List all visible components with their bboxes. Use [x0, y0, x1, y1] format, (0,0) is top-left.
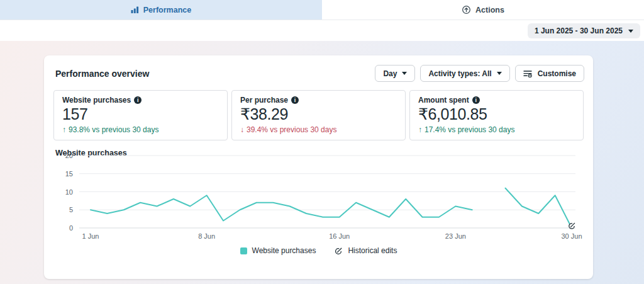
- svg-text:1 Jun: 1 Jun: [82, 232, 99, 240]
- website-purchases-line-chart[interactable]: 051015201 Jun8 Jun16 Jun23 Jun30 Jun: [44, 151, 593, 259]
- circle-arrow-up-icon: [462, 5, 471, 14]
- top-tab-bar: Performance Actions: [0, 0, 644, 20]
- bar-chart-icon: [131, 6, 139, 13]
- metric-value: 157: [62, 105, 219, 123]
- date-range-selector[interactable]: 1 Jun 2025 - 30 Jun 2025: [528, 23, 640, 38]
- day-granularity-dropdown[interactable]: Day: [375, 65, 415, 82]
- metric-website-purchases: Website purchases i 157 ↑ 93.8% vs previ…: [53, 90, 228, 140]
- svg-text:30 Jun: 30 Jun: [562, 232, 582, 240]
- svg-text:8 Jun: 8 Jun: [198, 232, 215, 240]
- customise-button[interactable]: Customise: [515, 65, 584, 82]
- legend-label: Historical edits: [348, 246, 397, 255]
- page-background: Performance overview Day Activity types:…: [0, 41, 644, 284]
- svg-text:0: 0: [69, 224, 73, 232]
- activity-types-label: Activity types: All: [428, 69, 491, 78]
- activity-types-dropdown[interactable]: Activity types: All: [420, 65, 509, 82]
- info-icon[interactable]: i: [134, 96, 142, 104]
- card-header: Performance overview Day Activity types:…: [44, 55, 593, 82]
- customise-label: Customise: [538, 69, 576, 78]
- legend-historical-edits[interactable]: Historical edits: [335, 246, 397, 255]
- svg-text:23 Jun: 23 Jun: [445, 232, 466, 240]
- metric-delta: ↑ 93.8% vs previous 30 days: [62, 125, 219, 134]
- info-icon[interactable]: i: [291, 96, 299, 104]
- metric-amount-spent: Amount spent i ₹6,010.85 ↑ 17.4% vs prev…: [409, 90, 584, 140]
- chevron-down-icon: [497, 72, 502, 75]
- svg-text:15: 15: [65, 170, 73, 178]
- svg-text:16 Jun: 16 Jun: [329, 232, 350, 240]
- metric-value: ₹6,010.85: [418, 105, 575, 123]
- metric-label: Amount spent: [418, 96, 469, 105]
- metric-delta: ↓ 39.4% vs previous 30 days: [240, 125, 397, 134]
- metrics-row: Website purchases i 157 ↑ 93.8% vs previ…: [53, 90, 584, 140]
- trend-up-arrow-icon: ↑: [62, 125, 66, 134]
- teal-swatch-icon: [240, 247, 247, 254]
- card-title: Performance overview: [55, 69, 149, 79]
- day-dropdown-label: Day: [383, 69, 397, 78]
- historical-edit-marker: [569, 223, 575, 229]
- historical-edits-pencil-icon: [335, 247, 343, 255]
- trend-up-arrow-icon: ↑: [418, 125, 422, 134]
- svg-text:5: 5: [69, 206, 73, 213]
- info-icon[interactable]: i: [472, 96, 480, 104]
- sub-toolbar: 1 Jun 2025 - 30 Jun 2025: [0, 20, 644, 41]
- legend-label: Website purchases: [252, 246, 316, 255]
- chevron-down-icon: [628, 30, 633, 33]
- metric-delta: ↑ 17.4% vs previous 30 days: [418, 125, 575, 134]
- legend-website-purchases[interactable]: Website purchases: [240, 246, 316, 255]
- metric-per-purchase: Per purchase i ₹38.29 ↓ 39.4% vs previou…: [231, 90, 406, 140]
- date-range-label: 1 Jun 2025 - 30 Jun 2025: [535, 26, 623, 35]
- trend-down-arrow-icon: ↓: [240, 125, 244, 134]
- metric-label: Per purchase: [240, 96, 288, 105]
- tab-performance-label: Performance: [143, 6, 191, 14]
- card-controls: Day Activity types: All Customise: [375, 65, 584, 82]
- performance-overview-card: Performance overview Day Activity types:…: [44, 55, 593, 279]
- customise-sliders-icon: [523, 70, 533, 77]
- svg-text:20: 20: [65, 152, 73, 159]
- metric-label: Website purchases: [62, 96, 131, 105]
- chart-legend: Website purchases Historical edits: [44, 246, 593, 255]
- chevron-down-icon: [402, 72, 407, 75]
- tab-performance[interactable]: Performance: [0, 0, 322, 20]
- tab-actions-label: Actions: [475, 6, 504, 14]
- svg-text:10: 10: [65, 188, 73, 196]
- tab-actions[interactable]: Actions: [322, 0, 644, 20]
- metric-value: ₹38.29: [240, 105, 397, 123]
